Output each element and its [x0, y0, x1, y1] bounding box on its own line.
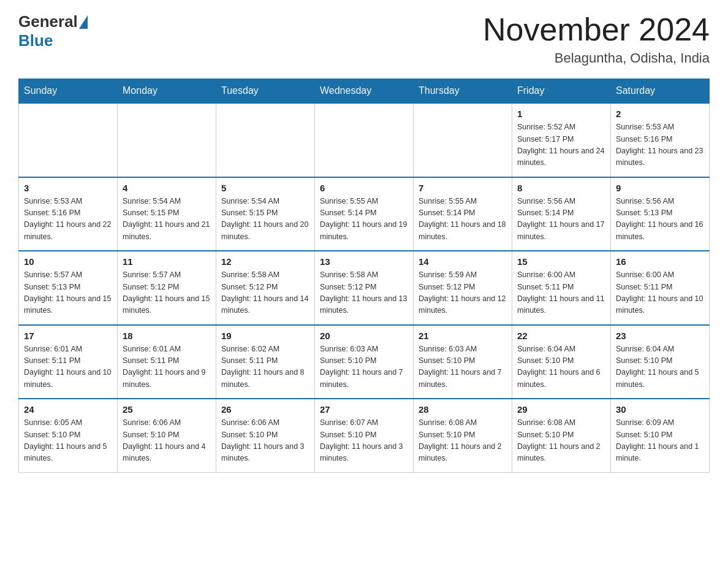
calendar-cell: 29Sunrise: 6:08 AMSunset: 5:10 PMDayligh… — [512, 399, 611, 472]
weekday-header-monday: Monday — [118, 79, 216, 104]
weekday-header-saturday: Saturday — [611, 79, 710, 104]
day-number: 20 — [320, 331, 408, 341]
day-number: 15 — [517, 256, 605, 267]
week-row-2: 3Sunrise: 5:53 AMSunset: 5:16 PMDaylight… — [19, 177, 710, 251]
weekday-header-tuesday: Tuesday — [216, 79, 315, 104]
day-number: 23 — [616, 331, 704, 341]
calendar-cell: 4Sunrise: 5:54 AMSunset: 5:15 PMDaylight… — [118, 177, 216, 251]
day-info: Sunrise: 5:56 AMSunset: 5:14 PMDaylight:… — [517, 196, 605, 243]
logo-blue-text: Blue — [18, 31, 53, 50]
day-info: Sunrise: 5:57 AMSunset: 5:13 PMDaylight:… — [24, 269, 112, 317]
day-info: Sunrise: 6:03 AMSunset: 5:10 PMDaylight:… — [419, 343, 507, 391]
day-number: 14 — [419, 256, 507, 267]
day-info: Sunrise: 6:02 AMSunset: 5:11 PMDaylight:… — [221, 343, 309, 391]
calendar-cell: 17Sunrise: 6:01 AMSunset: 5:11 PMDayligh… — [19, 325, 118, 399]
calendar-cell: 26Sunrise: 6:06 AMSunset: 5:10 PMDayligh… — [216, 399, 315, 472]
calendar-cell: 12Sunrise: 5:58 AMSunset: 5:12 PMDayligh… — [216, 251, 315, 325]
calendar-cell — [414, 103, 512, 177]
day-number: 10 — [24, 256, 112, 267]
day-info: Sunrise: 5:53 AMSunset: 5:16 PMDaylight:… — [24, 196, 112, 243]
page-header: General Blue November 2024 Belaguntha, O… — [18, 12, 710, 66]
day-info: Sunrise: 6:06 AMSunset: 5:10 PMDaylight:… — [221, 417, 309, 465]
day-number: 7 — [419, 183, 507, 193]
day-number: 5 — [221, 183, 309, 193]
day-number: 26 — [221, 404, 309, 415]
day-info: Sunrise: 6:03 AMSunset: 5:10 PMDaylight:… — [320, 343, 408, 391]
calendar-cell: 23Sunrise: 6:04 AMSunset: 5:10 PMDayligh… — [611, 325, 710, 399]
calendar-cell: 28Sunrise: 6:08 AMSunset: 5:10 PMDayligh… — [414, 399, 512, 472]
calendar-cell: 6Sunrise: 5:55 AMSunset: 5:14 PMDaylight… — [315, 177, 414, 251]
week-row-4: 17Sunrise: 6:01 AMSunset: 5:11 PMDayligh… — [19, 325, 710, 399]
calendar-cell: 22Sunrise: 6:04 AMSunset: 5:10 PMDayligh… — [512, 325, 611, 399]
day-number: 29 — [517, 404, 605, 415]
day-info: Sunrise: 5:54 AMSunset: 5:15 PMDaylight:… — [123, 196, 211, 243]
calendar-cell: 8Sunrise: 5:56 AMSunset: 5:14 PMDaylight… — [512, 177, 611, 251]
day-info: Sunrise: 5:59 AMSunset: 5:12 PMDaylight:… — [419, 269, 507, 317]
calendar-cell: 19Sunrise: 6:02 AMSunset: 5:11 PMDayligh… — [216, 325, 315, 399]
day-info: Sunrise: 6:04 AMSunset: 5:10 PMDaylight:… — [517, 343, 605, 391]
day-info: Sunrise: 6:09 AMSunset: 5:10 PMDaylight:… — [616, 417, 704, 465]
day-number: 2 — [616, 109, 704, 119]
calendar-cell — [19, 103, 118, 177]
day-number: 27 — [320, 404, 408, 415]
weekday-header-friday: Friday — [512, 79, 611, 104]
weekday-header-row: SundayMondayTuesdayWednesdayThursdayFrid… — [19, 79, 710, 104]
day-info: Sunrise: 6:00 AMSunset: 5:11 PMDaylight:… — [517, 269, 605, 317]
day-info: Sunrise: 5:53 AMSunset: 5:16 PMDaylight:… — [616, 121, 704, 169]
day-info: Sunrise: 6:08 AMSunset: 5:10 PMDaylight:… — [419, 417, 507, 465]
day-info: Sunrise: 6:07 AMSunset: 5:10 PMDaylight:… — [320, 417, 408, 465]
calendar-cell: 10Sunrise: 5:57 AMSunset: 5:13 PMDayligh… — [19, 251, 118, 325]
calendar-cell: 16Sunrise: 6:00 AMSunset: 5:11 PMDayligh… — [611, 251, 710, 325]
day-info: Sunrise: 5:55 AMSunset: 5:14 PMDaylight:… — [419, 196, 507, 243]
day-number: 1 — [517, 109, 605, 119]
day-number: 3 — [24, 183, 112, 193]
day-number: 6 — [320, 183, 408, 193]
calendar-cell: 13Sunrise: 5:58 AMSunset: 5:12 PMDayligh… — [315, 251, 414, 325]
day-number: 24 — [24, 404, 112, 415]
calendar-cell: 20Sunrise: 6:03 AMSunset: 5:10 PMDayligh… — [315, 325, 414, 399]
day-info: Sunrise: 6:00 AMSunset: 5:11 PMDaylight:… — [616, 269, 704, 317]
day-info: Sunrise: 6:05 AMSunset: 5:10 PMDaylight:… — [24, 417, 112, 465]
weekday-header-wednesday: Wednesday — [315, 79, 414, 104]
day-number: 18 — [123, 331, 211, 341]
week-row-1: 1Sunrise: 5:52 AMSunset: 5:17 PMDaylight… — [19, 103, 710, 177]
calendar-cell: 24Sunrise: 6:05 AMSunset: 5:10 PMDayligh… — [19, 399, 118, 472]
weekday-header-sunday: Sunday — [19, 79, 118, 104]
day-number: 12 — [221, 256, 309, 267]
day-number: 11 — [123, 256, 211, 267]
logo: General Blue — [18, 12, 88, 50]
day-number: 28 — [419, 404, 507, 415]
calendar-cell: 5Sunrise: 5:54 AMSunset: 5:15 PMDaylight… — [216, 177, 315, 251]
calendar-cell: 15Sunrise: 6:00 AMSunset: 5:11 PMDayligh… — [512, 251, 611, 325]
day-info: Sunrise: 6:08 AMSunset: 5:10 PMDaylight:… — [517, 417, 605, 465]
day-info: Sunrise: 6:01 AMSunset: 5:11 PMDaylight:… — [24, 343, 112, 391]
calendar-cell: 18Sunrise: 6:01 AMSunset: 5:11 PMDayligh… — [118, 325, 216, 399]
calendar-cell: 14Sunrise: 5:59 AMSunset: 5:12 PMDayligh… — [414, 251, 512, 325]
day-info: Sunrise: 5:55 AMSunset: 5:14 PMDaylight:… — [320, 196, 408, 243]
day-info: Sunrise: 5:58 AMSunset: 5:12 PMDaylight:… — [320, 269, 408, 317]
week-row-5: 24Sunrise: 6:05 AMSunset: 5:10 PMDayligh… — [19, 399, 710, 472]
day-number: 19 — [221, 331, 309, 341]
day-number: 25 — [123, 404, 211, 415]
calendar-cell — [315, 103, 414, 177]
week-row-3: 10Sunrise: 5:57 AMSunset: 5:13 PMDayligh… — [19, 251, 710, 325]
calendar-cell: 30Sunrise: 6:09 AMSunset: 5:10 PMDayligh… — [611, 399, 710, 472]
day-info: Sunrise: 5:58 AMSunset: 5:12 PMDaylight:… — [221, 269, 309, 317]
day-number: 22 — [517, 331, 605, 341]
day-info: Sunrise: 6:01 AMSunset: 5:11 PMDaylight:… — [123, 343, 211, 391]
day-info: Sunrise: 5:52 AMSunset: 5:17 PMDaylight:… — [517, 121, 605, 169]
calendar-cell: 9Sunrise: 5:56 AMSunset: 5:13 PMDaylight… — [611, 177, 710, 251]
calendar-title: November 2024 — [483, 12, 710, 47]
day-number: 4 — [123, 183, 211, 193]
calendar-cell: 3Sunrise: 5:53 AMSunset: 5:16 PMDaylight… — [19, 177, 118, 251]
day-number: 9 — [616, 183, 704, 193]
day-number: 30 — [616, 404, 704, 415]
day-number: 17 — [24, 331, 112, 341]
day-number: 8 — [517, 183, 605, 193]
day-number: 21 — [419, 331, 507, 341]
calendar-cell — [118, 103, 216, 177]
day-info: Sunrise: 6:04 AMSunset: 5:10 PMDaylight:… — [616, 343, 704, 391]
calendar-cell: 7Sunrise: 5:55 AMSunset: 5:14 PMDaylight… — [414, 177, 512, 251]
day-info: Sunrise: 5:54 AMSunset: 5:15 PMDaylight:… — [221, 196, 309, 243]
calendar-cell: 25Sunrise: 6:06 AMSunset: 5:10 PMDayligh… — [118, 399, 216, 472]
